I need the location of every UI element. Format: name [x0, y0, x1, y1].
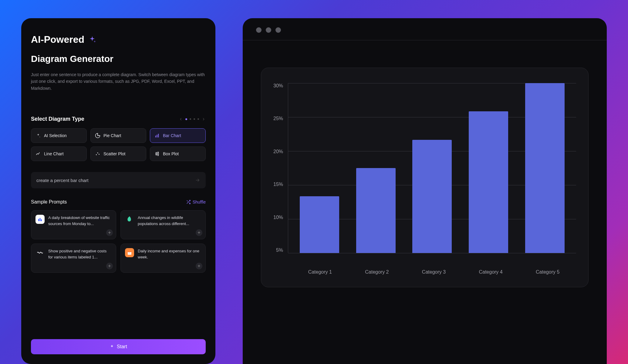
- pager-next-icon[interactable]: [201, 117, 206, 121]
- svg-point-6: [99, 154, 100, 155]
- y-tick: 25%: [273, 116, 283, 121]
- app-subtitle: Diagram Generator: [31, 54, 206, 64]
- calendar-icon: [125, 248, 134, 257]
- y-tick: 5%: [276, 248, 283, 253]
- pager-dot[interactable]: [194, 118, 195, 120]
- window-dot[interactable]: [266, 27, 271, 33]
- start-label: Start: [117, 344, 127, 349]
- chip-label: Scatter Plot: [103, 151, 125, 156]
- pager-prev-icon[interactable]: [179, 117, 183, 121]
- svg-rect-19: [130, 253, 130, 253]
- generator-panel: AI-Powered Diagram Generator Just enter …: [21, 18, 215, 364]
- sparkle-icon: [35, 133, 41, 138]
- window-dot[interactable]: [275, 27, 281, 33]
- svg-rect-14: [40, 218, 41, 221]
- sample-header: Sample Prompts Shuffle: [31, 199, 206, 205]
- bar: [412, 140, 452, 253]
- chip-line-chart[interactable]: Line Chart: [31, 147, 87, 161]
- y-tick: 20%: [273, 149, 283, 154]
- sample-text: Annual changes in wildlife populations a…: [138, 215, 201, 227]
- chip-label: Bar Chart: [163, 133, 181, 138]
- sample-text: A daily breakdown of website traffic sou…: [48, 215, 112, 227]
- sample-card[interactable]: A daily breakdown of website traffic sou…: [31, 210, 116, 239]
- chip-label: Line Chart: [44, 151, 64, 156]
- sample-card[interactable]: Daily income and expenses for one week. …: [120, 244, 206, 273]
- sample-card[interactable]: Annual changes in wildlife populations a…: [120, 210, 206, 239]
- scatter-plot-icon: [95, 151, 100, 157]
- box-plot-icon: [154, 151, 160, 157]
- y-axis: 30% 25% 20% 15% 10% 5%: [273, 83, 288, 253]
- app-description: Just enter one sentence to produce a com…: [31, 71, 206, 92]
- prompt-input-container: [31, 172, 206, 188]
- y-tick: 10%: [273, 215, 283, 220]
- chart-container: 30% 25% 20% 15% 10% 5% Category 1Categor…: [261, 68, 589, 287]
- chip-label: Box Plot: [163, 151, 179, 156]
- shuffle-label: Shuffle: [193, 200, 206, 204]
- sample-text: Daily income and expenses for one week.: [138, 248, 201, 260]
- chip-box-plot[interactable]: Box Plot: [150, 147, 206, 161]
- bar-chart-icon: [154, 133, 160, 138]
- add-plus-icon[interactable]: +: [196, 229, 202, 236]
- y-tick: 30%: [273, 83, 283, 89]
- sample-text: Show positive and negative costs for var…: [48, 248, 112, 260]
- svg-point-0: [40, 137, 40, 137]
- section-title: Select Diagram Type: [31, 116, 84, 122]
- pager-dot[interactable]: [190, 118, 191, 120]
- bar: [300, 196, 339, 253]
- sample-prompts-title: Sample Prompts: [31, 199, 67, 205]
- sample-cards: A daily breakdown of website traffic sou…: [31, 210, 206, 273]
- bar: [525, 83, 565, 253]
- bar: [469, 111, 508, 253]
- x-tick: Category 5: [525, 269, 570, 275]
- chip-scatter-plot[interactable]: Scatter Plot: [90, 147, 146, 161]
- x-tick: Category 1: [297, 269, 343, 275]
- pager-dot[interactable]: [198, 118, 199, 120]
- svg-point-4: [96, 154, 97, 155]
- y-tick: 15%: [273, 182, 283, 187]
- diagram-type-header: Select Diagram Type: [31, 116, 206, 122]
- add-plus-icon[interactable]: +: [106, 263, 113, 269]
- pie-chart-icon: [95, 133, 100, 138]
- line-chart-icon: [35, 151, 41, 157]
- plot-area: [288, 83, 576, 253]
- chip-bar-chart[interactable]: Bar Chart: [150, 128, 206, 143]
- add-plus-icon[interactable]: +: [196, 263, 202, 269]
- prompt-input[interactable]: [36, 178, 195, 183]
- sparkle-icon: [88, 35, 96, 44]
- x-axis: Category 1Category 2Category 3Category 4…: [273, 265, 576, 275]
- sparkle-icon: [110, 344, 114, 349]
- x-tick: Category 2: [354, 269, 400, 275]
- window-dot[interactable]: [256, 27, 262, 33]
- window-controls: [243, 18, 607, 40]
- chip-label: Pie Chart: [103, 133, 121, 138]
- add-plus-icon[interactable]: +: [106, 229, 113, 236]
- svg-rect-8: [158, 153, 159, 155]
- diagram-type-chips: AI Selection Pie Chart Bar Chart Line Ch…: [31, 128, 206, 161]
- x-tick: Category 4: [468, 269, 514, 275]
- submit-arrow-icon[interactable]: [195, 177, 200, 183]
- svg-rect-17: [128, 251, 131, 252]
- pager-dot[interactable]: [185, 118, 187, 120]
- sample-card[interactable]: Show positive and negative costs for var…: [31, 244, 116, 273]
- leaf-icon: [125, 215, 134, 224]
- chart-area: 30% 25% 20% 15% 10% 5%: [273, 83, 576, 265]
- bars-icon: [35, 215, 45, 224]
- svg-rect-2: [157, 135, 157, 137]
- wave-icon: [35, 248, 45, 257]
- pager: [179, 117, 206, 121]
- chip-ai-selection[interactable]: AI Selection: [31, 128, 87, 143]
- shuffle-button[interactable]: Shuffle: [186, 200, 206, 204]
- start-button[interactable]: Start: [31, 339, 206, 354]
- chip-pie-chart[interactable]: Pie Chart: [90, 128, 146, 143]
- svg-rect-1: [155, 136, 156, 137]
- svg-rect-15: [41, 219, 42, 221]
- svg-rect-7: [156, 153, 157, 155]
- preview-panel: 30% 25% 20% 15% 10% 5% Category 1Categor…: [243, 18, 607, 364]
- svg-rect-13: [38, 219, 39, 221]
- x-tick: Category 3: [411, 269, 457, 275]
- shuffle-icon: [186, 200, 191, 204]
- svg-rect-18: [128, 253, 129, 253]
- chip-label: AI Selection: [44, 133, 67, 138]
- svg-point-5: [97, 153, 98, 153]
- svg-rect-3: [158, 134, 159, 137]
